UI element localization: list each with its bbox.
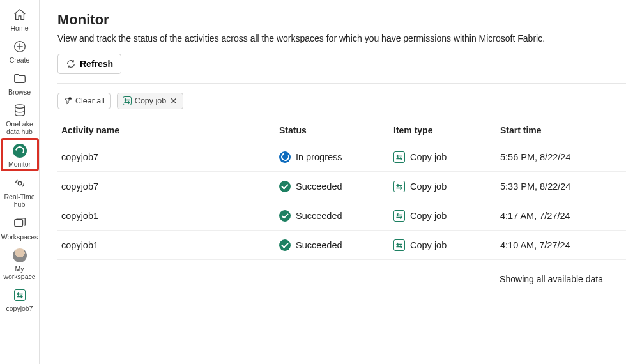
page-title: Monitor	[57, 11, 626, 28]
sidebar-item-label: Create	[10, 56, 30, 64]
cell-item-type: Copy job	[393, 181, 500, 192]
sidebar-item-label: OneLake data hub	[1, 120, 39, 135]
workspaces-icon	[11, 215, 28, 232]
col-start-time[interactable]: Start time	[500, 125, 626, 135]
cell-activity-name: copyjob7	[57, 181, 279, 192]
cell-status: Succeeded	[279, 181, 393, 192]
left-sidebar: Home Create Browse OneLake data hub Moni…	[0, 0, 40, 364]
cell-item-type: Copy job	[393, 151, 500, 163]
cell-status: Succeeded	[279, 239, 393, 251]
check-circle-icon	[279, 210, 291, 222]
sidebar-item-label: Home	[10, 24, 28, 32]
sidebar-item-home[interactable]: Home	[1, 3, 39, 34]
copy-job-icon	[393, 210, 405, 222]
cell-status: Succeeded	[279, 210, 393, 222]
refresh-icon	[66, 59, 76, 69]
plus-circle-icon	[11, 38, 28, 55]
clear-all-label: Clear all	[75, 96, 105, 105]
home-icon	[11, 6, 28, 23]
svg-point-2	[18, 182, 22, 186]
cell-activity-name: copyjob1	[57, 240, 279, 250]
sidebar-item-label: Browse	[8, 88, 31, 96]
avatar	[11, 247, 28, 264]
cell-activity-name: copyjob1	[57, 211, 279, 221]
clear-all-button[interactable]: Clear all	[57, 93, 111, 109]
copy-job-icon	[393, 239, 405, 251]
clear-filter-icon	[63, 96, 72, 105]
table-row[interactable]: copyjob7In progressCopy job5:56 PM, 8/22…	[57, 142, 626, 172]
sidebar-item-label: Monitor	[8, 160, 31, 168]
close-icon[interactable]: ✕	[170, 96, 178, 106]
toolbar: Refresh	[57, 54, 626, 84]
sidebar-item-workspaces[interactable]: Workspaces	[1, 211, 39, 243]
copy-job-icon	[11, 287, 28, 303]
col-item-type[interactable]: Item type	[393, 125, 500, 135]
table-body: copyjob7In progressCopy job5:56 PM, 8/22…	[57, 142, 626, 260]
table-footer-note: Showing all available data	[57, 260, 626, 284]
col-activity-name[interactable]: Activity name	[57, 125, 279, 135]
cell-item-type: Copy job	[393, 239, 500, 251]
cell-start-time: 5:56 PM, 8/22/24	[500, 152, 626, 162]
monitor-icon	[11, 142, 28, 159]
copy-job-icon	[393, 181, 405, 192]
main-content: Monitor View and track the status of the…	[40, 0, 626, 364]
svg-rect-3	[14, 219, 22, 226]
copy-job-icon	[123, 96, 132, 105]
check-circle-icon	[279, 181, 291, 192]
sidebar-item-label: copyjob7	[6, 305, 33, 312]
table-row[interactable]: copyjob7SucceededCopy job5:33 PM, 8/22/2…	[57, 172, 626, 201]
copy-job-icon	[393, 151, 405, 163]
col-status[interactable]: Status	[279, 125, 393, 135]
cell-start-time: 5:33 PM, 8/22/24	[500, 181, 626, 192]
cell-start-time: 4:10 AM, 7/27/24	[500, 240, 626, 250]
cell-activity-name: copyjob7	[57, 152, 279, 162]
progress-icon	[279, 151, 291, 163]
sidebar-item-myworkspace[interactable]: My workspace	[1, 243, 39, 283]
database-icon	[11, 102, 28, 119]
sidebar-item-realtime[interactable]: Real-Time hub	[1, 171, 39, 211]
sidebar-item-label: Workspaces	[1, 233, 38, 241]
sidebar-item-monitor[interactable]: Monitor	[1, 138, 39, 171]
sidebar-item-create[interactable]: Create	[1, 34, 39, 66]
sidebar-item-browse[interactable]: Browse	[1, 66, 39, 98]
svg-point-1	[15, 105, 24, 109]
table-row[interactable]: copyjob1SucceededCopy job4:10 AM, 7/27/2…	[57, 231, 626, 260]
refresh-button[interactable]: Refresh	[57, 54, 121, 74]
refresh-button-label: Refresh	[80, 59, 113, 69]
table-row[interactable]: copyjob1SucceededCopy job4:17 AM, 7/27/2…	[57, 201, 626, 231]
sidebar-item-copyjob[interactable]: copyjob7	[1, 283, 39, 315]
sidebar-item-onelake[interactable]: OneLake data hub	[1, 98, 39, 138]
filter-chip-label: Copy job	[135, 96, 166, 105]
cell-status: In progress	[279, 151, 393, 163]
sidebar-item-label: My workspace	[1, 265, 39, 280]
realtime-icon	[11, 175, 28, 192]
table-header: Activity name Status Item type Start tim…	[57, 116, 626, 142]
cell-item-type: Copy job	[393, 210, 500, 222]
check-circle-icon	[279, 239, 291, 251]
folder-icon	[11, 70, 28, 87]
filter-chip-copyjob[interactable]: Copy job ✕	[117, 93, 183, 109]
filter-bar: Clear all Copy job ✕	[57, 84, 626, 116]
sidebar-item-label: Real-Time hub	[1, 193, 39, 208]
cell-start-time: 4:17 AM, 7/27/24	[500, 211, 626, 221]
page-subtitle: View and track the status of the activit…	[57, 33, 626, 43]
